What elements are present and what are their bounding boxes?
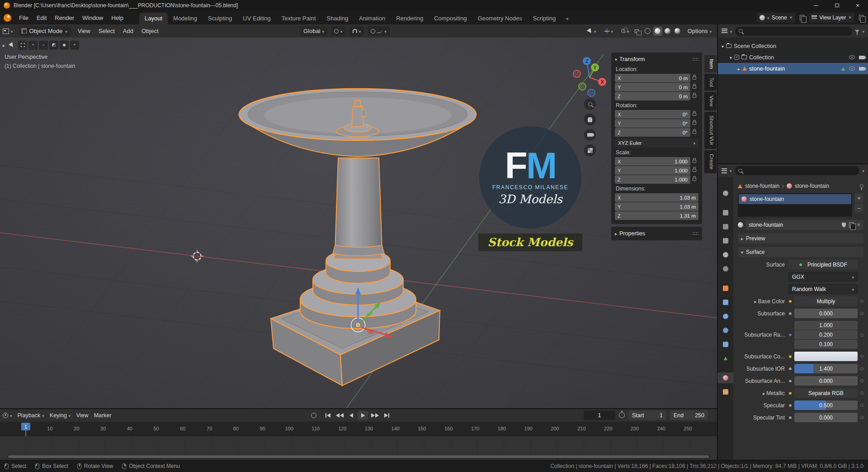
properties-search-input[interactable] — [745, 167, 856, 174]
tab-output-properties[interactable] — [717, 221, 734, 232]
tab-tool-settings[interactable] — [717, 188, 734, 199]
scale-z-field[interactable]: Z1.000 — [615, 175, 690, 184]
menu-file[interactable]: File — [15, 11, 33, 24]
keyframe-dot[interactable] — [860, 379, 863, 382]
workspace-tab-scripting[interactable]: Scripting — [528, 13, 561, 24]
camera-view-button[interactable] — [584, 129, 596, 141]
workspace-tab-texture-paint[interactable]: Texture Paint — [276, 13, 321, 24]
surface-shader-button[interactable]: Principled BSDF — [788, 260, 858, 269]
menu-help[interactable]: Help — [107, 11, 127, 24]
subsurface-method-select[interactable]: Random Walk — [788, 284, 858, 294]
lock-rotation-z[interactable] — [690, 131, 698, 134]
unlink-material-icon[interactable] — [857, 222, 860, 228]
select-mode-intersect-button[interactable]: ◉ — [60, 41, 69, 50]
base-color-node-button[interactable]: Multiply — [794, 296, 858, 306]
rotation-y-field[interactable]: Y0° — [615, 119, 690, 128]
tab-particle-properties[interactable] — [717, 311, 734, 322]
panel-grip-icon[interactable] — [692, 57, 698, 61]
properties-search[interactable] — [735, 166, 860, 175]
tab-render-properties[interactable] — [717, 207, 734, 218]
jump-to-end-button[interactable] — [382, 411, 392, 420]
keyframe-dot[interactable] — [860, 404, 863, 407]
rotation-z-field[interactable]: Z0° — [615, 128, 690, 137]
active-tool-button[interactable] — [6, 40, 17, 50]
viewport-3d[interactable]: + − ◩ ◉ + User Perspective (1) Collectio… — [0, 38, 717, 408]
selectability-dropdown[interactable] — [585, 24, 599, 38]
specular-tint-slider[interactable]: 0.000 — [794, 413, 858, 422]
duplicate-material-icon[interactable] — [849, 222, 854, 228]
tab-constraint-properties[interactable] — [717, 339, 734, 350]
sidebar-tab-shortcut-vur[interactable]: Shortcut VUr — [704, 112, 717, 149]
timeline-menu-playback[interactable]: Playback — [15, 409, 47, 422]
keyframe-dot[interactable] — [860, 416, 863, 419]
material-name-field[interactable]: stone-fountain — [745, 220, 863, 230]
properties-editor-icon[interactable] — [722, 168, 727, 173]
rotation-x-field[interactable]: X0° — [615, 110, 690, 119]
hide-in-viewport-icon[interactable] — [849, 55, 855, 59]
next-keyframe-button[interactable] — [370, 411, 380, 420]
keyframe-dot[interactable] — [860, 300, 863, 303]
keyframe-dot[interactable] — [860, 334, 863, 337]
material-slot-list[interactable]: stone-fountain — [738, 193, 852, 217]
subsurface-radius-z[interactable]: 0.100 — [794, 340, 858, 349]
pivot-point-select[interactable] — [331, 26, 346, 36]
minimize-button[interactable] — [806, 0, 826, 11]
tab-view-layer-properties[interactable] — [717, 235, 734, 246]
keyframe-dot[interactable] — [860, 312, 863, 315]
workspace-tab-uv-editing[interactable]: UV Editing — [237, 13, 276, 24]
keyframe-dot[interactable] — [860, 391, 863, 395]
new-view-layer-icon[interactable] — [859, 15, 863, 20]
ortho-toggle-button[interactable] — [584, 144, 596, 156]
location-z-field[interactable]: Z0 m — [615, 92, 690, 100]
outliner-row-collection[interactable]: ✓ Collection — [718, 52, 868, 63]
axis-neg-y-handle[interactable] — [579, 83, 586, 90]
menu-edit[interactable]: Edit — [33, 11, 51, 24]
tool-extra-button[interactable]: + — [70, 41, 79, 50]
dimensions-y-field[interactable]: Y1.03 m — [615, 202, 698, 211]
xray-toggle[interactable] — [635, 29, 639, 33]
outliner-search-input[interactable] — [745, 28, 849, 34]
disclosure-icon[interactable] — [722, 43, 724, 49]
expand-icon[interactable] — [763, 390, 765, 396]
outliner-row-stone-fountain[interactable]: stone-fountain — [718, 63, 868, 74]
new-scene-icon[interactable] — [800, 15, 804, 20]
workspace-tab-rendering[interactable]: Rendering — [391, 13, 429, 24]
scrollbar-thumb[interactable] — [8, 455, 709, 458]
timeline-ruler[interactable]: 1020304050607080901001101201301401501601… — [0, 422, 717, 436]
prev-keyframe-button[interactable] — [335, 411, 344, 420]
lock-location-z[interactable] — [690, 95, 698, 98]
outliner-row-scene-collection[interactable]: Scene Collection — [718, 40, 868, 52]
lock-rotation-x[interactable] — [690, 113, 698, 116]
breadcrumb-material[interactable]: stone-fountain — [795, 183, 829, 189]
close-button[interactable]: × — [847, 0, 868, 11]
playhead[interactable]: 1 — [21, 423, 30, 430]
subsurface-color-swatch[interactable] — [794, 352, 858, 361]
workspace-tab-compositing[interactable]: Compositing — [429, 13, 472, 24]
browse-material-icon[interactable] — [738, 222, 743, 228]
workspace-tab-layout[interactable]: Layout — [139, 13, 168, 24]
pin-icon[interactable] — [860, 184, 863, 188]
expand-icon[interactable] — [755, 298, 757, 305]
auto-keying-toggle[interactable] — [311, 413, 316, 418]
outliner-search[interactable] — [735, 27, 853, 36]
viewport-menu-view[interactable]: View — [74, 24, 94, 38]
add-material-slot-button[interactable]: + — [854, 193, 863, 202]
surface-section-header[interactable]: Surface — [738, 247, 863, 257]
subsurface-anisotropy-slider[interactable]: 0.000 — [794, 376, 858, 386]
location-x-field[interactable]: X0 m — [615, 74, 690, 82]
preview-section-header[interactable]: Preview — [738, 234, 863, 243]
sidebar-tab-tool[interactable]: Tool — [704, 74, 717, 91]
select-mode-invert-button[interactable]: ◩ — [49, 41, 58, 50]
lock-location-x[interactable] — [690, 76, 698, 80]
tab-object-data-properties[interactable] — [717, 353, 734, 364]
filter-icon[interactable] — [855, 30, 859, 33]
disable-in-render-icon[interactable] — [859, 56, 864, 59]
select-mode-new-button[interactable] — [18, 41, 27, 50]
tab-material-properties[interactable] — [717, 372, 734, 383]
dimensions-x-field[interactable]: X1.03 m — [615, 193, 698, 202]
breadcrumb-object[interactable]: stone-fountain — [745, 183, 779, 189]
disable-in-render-icon[interactable] — [859, 67, 864, 71]
shading-wireframe-button[interactable] — [643, 27, 652, 36]
gizmos-dropdown[interactable] — [602, 24, 616, 38]
tab-texture-properties[interactable] — [717, 386, 734, 397]
